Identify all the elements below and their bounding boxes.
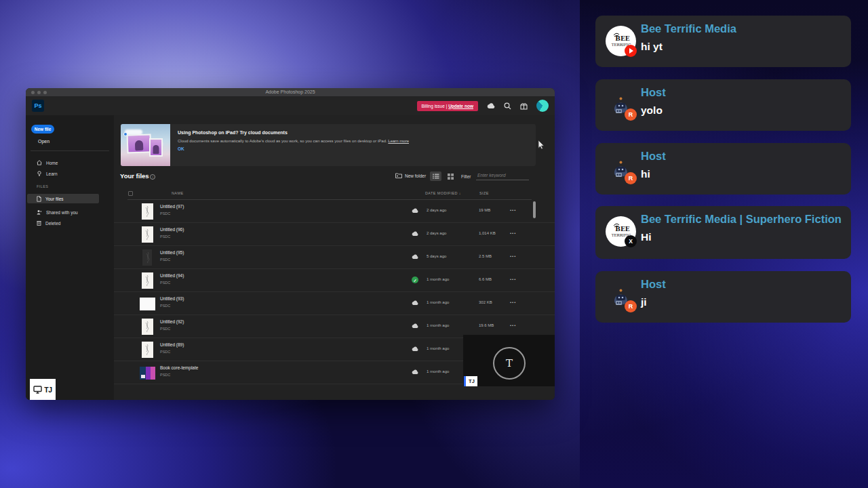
window-titlebar[interactable]: Adobe Photoshop 2025 xyxy=(26,88,555,96)
column-header-name[interactable]: NAME xyxy=(172,191,184,195)
youtube-play-icon xyxy=(629,48,633,54)
file-name: Untitled (95) xyxy=(160,250,184,255)
chat-username: Host xyxy=(641,278,846,291)
camera-placeholder-initial: T xyxy=(493,347,526,380)
file-type: PSDC xyxy=(160,327,170,331)
new-folder-button[interactable]: New folder xyxy=(395,173,426,178)
open-button[interactable]: Open xyxy=(38,139,50,144)
chat-username: Bee Terrific Media xyxy=(641,22,846,35)
shared-person-icon xyxy=(37,209,42,215)
learn-more-link[interactable]: Learn more xyxy=(388,139,409,143)
synced-check-icon: ✓ xyxy=(412,277,418,283)
info-icon[interactable]: i xyxy=(150,174,155,180)
file-name: Untitled (96) xyxy=(160,227,184,232)
learn-lightbulb-icon xyxy=(37,171,42,176)
sidebar-item-label: Learn xyxy=(46,171,58,176)
column-header-date-modified[interactable]: DATE MODIFIED ↓ xyxy=(425,191,461,195)
sidebar-item-label: Your files xyxy=(45,197,64,201)
banner-title: Using Photoshop on iPad? Try cloud docum… xyxy=(178,130,288,135)
chat-username: Host xyxy=(641,150,846,163)
chat-message-text: ji xyxy=(641,296,647,308)
sidebar-item-deleted[interactable]: Deleted xyxy=(37,219,60,227)
new-file-button[interactable]: New file xyxy=(31,125,54,134)
screen-share-user-label: TJ xyxy=(44,386,52,394)
banner-illustration xyxy=(121,124,170,166)
grid-view-toggle[interactable] xyxy=(445,171,456,181)
file-type: PSDC xyxy=(160,350,170,354)
cloud-status-icon xyxy=(412,369,418,375)
more-options-icon[interactable]: ••• xyxy=(510,254,516,258)
sidebar-item-home[interactable]: Home xyxy=(37,159,58,167)
more-options-icon[interactable]: ••• xyxy=(510,323,516,327)
sidebar-item-your-files[interactable]: Your files xyxy=(37,195,64,203)
file-icon xyxy=(37,196,41,202)
file-row[interactable]: Untitled (96) PSDC ✓ 2 days ago 1,014 KB… xyxy=(114,223,555,246)
more-options-icon[interactable]: ••• xyxy=(510,231,516,235)
file-thumbnail xyxy=(142,342,153,358)
file-type: PSDC xyxy=(160,211,170,216)
keyword-search-input[interactable] xyxy=(476,171,529,180)
more-options-icon[interactable]: ••• xyxy=(510,208,516,212)
file-row[interactable]: Untitled (95) PSDC ✓ 5 days ago 2.5 MB •… xyxy=(114,246,555,269)
update-now-link[interactable]: Update now xyxy=(448,104,473,108)
file-thumbnail xyxy=(142,249,152,266)
file-thumbnail xyxy=(142,272,153,289)
file-row[interactable]: Untitled (97) PSDC ✓ 2 days ago 19 MB ••… xyxy=(114,200,555,223)
chat-avatar: BEE TERRIFIC X xyxy=(606,216,636,247)
file-type: PSDC xyxy=(160,373,170,377)
banner-body: Cloud documents save automatically to Ad… xyxy=(178,139,409,143)
cloud-sync-icon[interactable] xyxy=(487,103,495,109)
sidebar-item-label: Home xyxy=(46,161,58,165)
file-type: PSDC xyxy=(160,258,170,262)
more-options-icon[interactable]: ••• xyxy=(510,277,516,281)
search-icon[interactable] xyxy=(504,102,511,110)
cloud-status-icon xyxy=(412,254,418,260)
file-date-modified: 1 month ago xyxy=(427,346,449,350)
monitor-icon xyxy=(33,386,42,394)
account-avatar[interactable] xyxy=(536,100,549,112)
file-thumbnail xyxy=(140,367,155,380)
file-row[interactable]: Untitled (93) PSDC ✓ 1 month ago 302 KB … xyxy=(114,292,555,315)
chat-message-card: BEE TERRIFIC R Host yolo xyxy=(595,79,851,131)
list-view-toggle[interactable] xyxy=(430,171,441,181)
file-thumbnail xyxy=(142,226,153,243)
sidebar-item-learn[interactable]: Learn xyxy=(37,169,58,178)
sidebar-item-shared-with-you[interactable]: Shared with you xyxy=(37,208,78,216)
stream-canvas: Adobe Photoshop 2025 Ps Billing issue | … xyxy=(0,0,868,488)
whats-new-gift-icon[interactable] xyxy=(520,102,528,110)
sidebar-item-label: Shared with you xyxy=(46,210,78,215)
chat-username: Bee Terrific Media | Superhero Fiction xyxy=(641,213,846,226)
more-options-icon[interactable]: ••• xyxy=(510,300,516,304)
file-thumbnail xyxy=(142,319,153,335)
file-date-modified: 1 month ago xyxy=(427,277,449,281)
file-type: PSDC xyxy=(160,281,170,285)
sketch-lines xyxy=(143,320,152,333)
sidebar-item-label: Deleted xyxy=(45,221,60,226)
file-date-modified: 2 days ago xyxy=(427,208,446,212)
cloud-status-icon xyxy=(412,208,418,214)
banner-ok-button[interactable]: OK xyxy=(178,146,184,151)
grid-view-icon xyxy=(448,174,454,180)
file-row[interactable]: Untitled (94) PSDC ✓ 1 month ago 6.6 MB … xyxy=(114,269,555,292)
column-header-size[interactable]: SIZE xyxy=(479,191,489,195)
camera-overlay: T TJ xyxy=(463,335,555,386)
sketch-lines xyxy=(144,251,152,264)
billing-issue-button[interactable]: Billing issue | Update now xyxy=(417,101,479,111)
file-list-scrollbar[interactable] xyxy=(533,201,536,218)
home-icon xyxy=(37,160,42,165)
file-date-modified: 1 month ago xyxy=(427,369,449,373)
billing-issue-label: Billing issue xyxy=(422,104,445,108)
filter-label: Filter xyxy=(461,174,471,179)
file-date-modified: 1 month ago xyxy=(427,323,449,327)
chat-message-text: Hi xyxy=(641,231,652,243)
select-all-checkbox[interactable] xyxy=(128,191,133,196)
sketch-lines xyxy=(143,274,152,287)
sketch-lines xyxy=(143,205,152,218)
file-size: 302 KB xyxy=(479,300,492,304)
chat-message-text: yolo xyxy=(641,104,663,117)
chat-message-text: hi xyxy=(641,168,650,180)
file-date-modified: 5 days ago xyxy=(427,254,446,258)
mouse-cursor xyxy=(538,140,546,150)
platform-badge xyxy=(625,45,637,57)
platform-badge: R xyxy=(625,300,637,312)
